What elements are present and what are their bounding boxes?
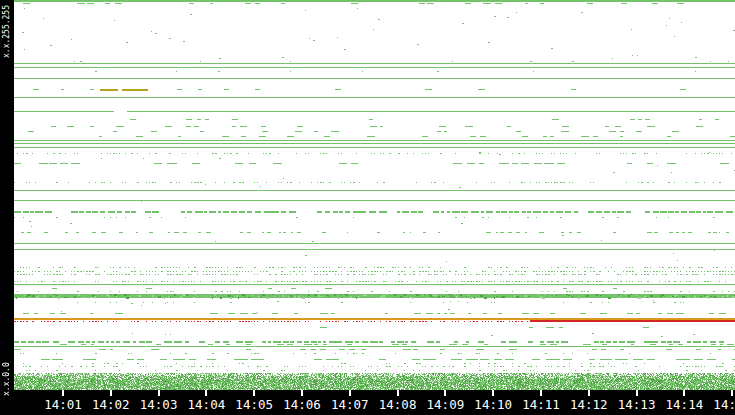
x-axis-tick xyxy=(253,390,255,396)
y-axis-strip xyxy=(0,0,14,390)
x-axis-tick xyxy=(205,390,207,396)
x-axis-tick xyxy=(349,390,351,396)
x-tick-label: 14:03 xyxy=(140,397,178,412)
traffic-monitor-window: x.x.255.255 x.x.0.0 14:0114:0214:0314:04… xyxy=(0,0,735,415)
x-tick-label: 14:13 xyxy=(618,397,656,412)
x-tick-label: 14:14 xyxy=(666,397,704,412)
x-axis-bar: 14:0114:0214:0314:0414:0514:0614:0714:08… xyxy=(0,390,735,415)
x-tick-label: 14:07 xyxy=(331,397,369,412)
x-axis-tick xyxy=(110,390,112,396)
x-axis-tick xyxy=(301,390,303,396)
x-axis-tick xyxy=(540,390,542,396)
traffic-plot-canvas xyxy=(0,0,735,390)
x-tick-label: 14:15 xyxy=(713,397,735,412)
x-axis-tick xyxy=(397,390,399,396)
x-axis-tick xyxy=(158,390,160,396)
x-axis-tick xyxy=(492,390,494,396)
x-tick-label: 14:04 xyxy=(188,397,226,412)
x-axis-tick xyxy=(588,390,590,396)
y-axis-top-label: x.x.255.255 xyxy=(2,5,12,58)
x-axis-tick xyxy=(62,390,64,396)
x-tick-label: 14:01 xyxy=(44,397,82,412)
x-tick-label: 14:06 xyxy=(283,397,321,412)
x-tick-label: 14:12 xyxy=(570,397,608,412)
x-axis-tick xyxy=(731,390,733,396)
x-tick-label: 14:02 xyxy=(92,397,130,412)
x-axis-tick xyxy=(683,390,685,396)
x-tick-label: 14:10 xyxy=(474,397,512,412)
x-axis-tick xyxy=(444,390,446,396)
y-axis-bottom-label: x.x.0.0 xyxy=(2,362,12,396)
x-tick-label: 14:09 xyxy=(427,397,465,412)
x-tick-label: 14:08 xyxy=(379,397,417,412)
x-axis-tick xyxy=(636,390,638,396)
x-tick-label: 14:11 xyxy=(522,397,560,412)
x-tick-label: 14:05 xyxy=(235,397,273,412)
